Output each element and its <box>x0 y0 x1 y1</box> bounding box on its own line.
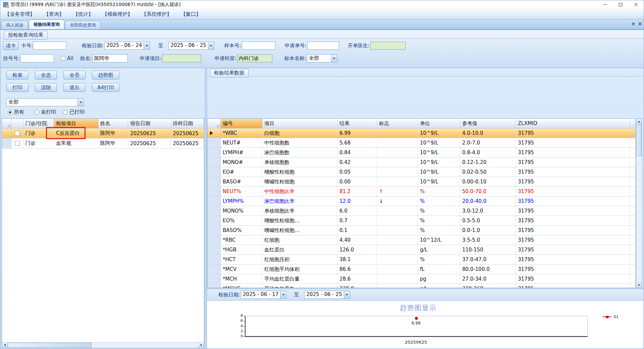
column-header[interactable]: 姓名 <box>98 119 128 128</box>
exit-button[interactable]: 退出 <box>63 83 86 92</box>
result-row[interactable]: LYMPH#淋巴细胞数0.8410^9/L0.8-4.031795 <box>207 148 635 158</box>
row-indicator <box>207 148 221 157</box>
tab-hospital-history-query[interactable]: 全院病史查询 <box>65 21 101 29</box>
column-header[interactable] <box>2 119 11 128</box>
a4-print-button[interactable]: A4打印 <box>92 83 119 92</box>
result-row[interactable]: NEUT%中性细胞比率81.2↑%50.0-70.031795 <box>207 187 635 196</box>
date-from-dropdown-button[interactable] <box>144 42 150 50</box>
request-list-row[interactable]: 门诊C反应蛋白陈阿华2025062520250625 <box>2 128 204 138</box>
scroll-down-button[interactable] <box>636 282 642 288</box>
result-row[interactable]: LYMPH%淋巴细胞比率12.0↓%20.0-40.031795 <box>207 196 635 206</box>
trend-date-to-picker[interactable]: 2025 - 06 - 25 <box>304 291 350 299</box>
doctor-input[interactable] <box>370 42 406 50</box>
name-input[interactable] <box>93 54 128 62</box>
maximize-button[interactable] <box>613 0 628 9</box>
cell: 31795 <box>516 167 630 177</box>
column-header[interactable]: ZLXMID <box>516 119 630 128</box>
column-header[interactable]: 报告日期 <box>128 119 171 128</box>
tab-lab-result-query[interactable]: 检验结果查询 <box>29 19 64 29</box>
req-dept-input[interactable] <box>237 54 272 62</box>
print-button[interactable]: 打印 <box>6 83 29 92</box>
reg-no-input[interactable] <box>20 54 54 62</box>
result-row[interactable]: BASO#嗜碱性粒细胞0.0010^9/L0.00-0.1031795 <box>207 177 635 187</box>
filter-dropdown-button[interactable] <box>77 98 84 106</box>
specimen-dropdown-button[interactable] <box>331 54 337 62</box>
radio-option[interactable]: 未打印 <box>35 109 56 115</box>
horizontal-scrollbar[interactable] <box>2 342 204 348</box>
column-header[interactable]: 排样日期 <box>171 119 204 128</box>
scroll-up-button[interactable] <box>636 119 642 124</box>
card-no-input[interactable] <box>33 42 66 50</box>
result-row[interactable]: *HCT红细胞压积38.1%37.0-47.031795 <box>207 255 635 265</box>
column-header[interactable]: 编号 <box>221 119 262 128</box>
select-none-button[interactable]: 全否 <box>63 71 86 79</box>
menu-item-query[interactable]: 【查询】 <box>44 11 64 17</box>
request-list-row[interactable]: 门诊血常规陈阿华2025062520250625 <box>2 138 204 149</box>
column-header[interactable] <box>207 119 221 128</box>
minimize-button[interactable] <box>597 0 613 9</box>
tab-close-icon[interactable] <box>638 22 642 25</box>
result-row[interactable]: *MCHC平均血红蛋白…330.0g/L320-36031795 <box>207 284 635 288</box>
close-button[interactable] <box>628 0 644 9</box>
dropdown-arrow-icon <box>210 45 212 47</box>
scroll-left-button[interactable] <box>2 342 7 348</box>
result-row[interactable]: *MCV红细胞平均体积86.6fL80.0-100.031795 <box>207 265 635 274</box>
data-point[interactable] <box>415 317 418 320</box>
row-checkbox[interactable] <box>15 131 20 136</box>
result-row[interactable]: MONO%单核细胞比率6.0%3.0-12.031795 <box>207 206 635 216</box>
filter-select[interactable]: 全部 <box>6 98 84 106</box>
trend-date-to-dropdown-button[interactable] <box>344 291 350 299</box>
result-row[interactable]: NEUT#中性细胞数5.6810^9/L2.0-7.031795 <box>207 138 635 148</box>
row-checkbox-cell[interactable] <box>11 138 23 148</box>
req-item-input[interactable] <box>162 54 201 62</box>
menu-item-statistics[interactable]: 【统计】 <box>73 11 93 17</box>
result-row[interactable]: EO%嗜酸性粒细胞…0.7%0.5-5.031795 <box>207 216 635 226</box>
column-header[interactable]: 门诊/住院 <box>23 119 54 128</box>
tab-scroll-right-icon[interactable] <box>633 22 635 25</box>
menu-item-business[interactable]: 【业务管理】 <box>5 11 35 17</box>
request-no-input[interactable] <box>307 42 339 50</box>
result-row[interactable]: *WBC白细胞6.9910^9/L4.0-10.031795 <box>207 128 635 138</box>
scrollbar-thumb[interactable] <box>8 343 92 348</box>
date-from-picker[interactable]: 2025 - 06 - 24 <box>104 42 150 50</box>
radio-option[interactable]: 已打印 <box>63 109 85 115</box>
result-row[interactable]: *RBC红细胞4.4010^12/L3.5-5.031795 <box>207 235 635 245</box>
all-checkbox[interactable] <box>61 56 65 61</box>
column-header[interactable] <box>11 119 23 128</box>
result-row[interactable]: *HGB血红蛋白126.0g/L110-15031795 <box>207 245 635 255</box>
menu-item-system[interactable]: 【系统维护】 <box>142 11 172 17</box>
date-to-value: 2025 - 06 - 25 <box>168 42 208 50</box>
date-to-picker[interactable]: 2025 - 06 - 25 <box>168 42 214 50</box>
dropdown-arrow-icon <box>333 58 335 59</box>
trend-date-from-dropdown-button[interactable] <box>280 291 286 299</box>
vertical-scrollbar[interactable] <box>636 118 642 288</box>
result-row[interactable]: MONO#单核细胞数0.4210^9/L0.12-1.2031795 <box>207 158 635 167</box>
tab-patient-visit[interactable]: 病人就诊 <box>1 21 28 29</box>
column-header[interactable]: 结果 <box>337 119 377 128</box>
read-card-button[interactable]: 读卡 <box>3 41 18 50</box>
menu-item-window[interactable]: 【窗口】 <box>181 11 201 17</box>
sample-no-input[interactable] <box>242 42 275 50</box>
search-button[interactable]: 检索 <box>6 71 29 79</box>
radio-option[interactable]: 所有 <box>8 109 24 115</box>
result-row[interactable]: *MCH平均血红蛋白量28.6pg27.0-34.031795 <box>207 274 635 284</box>
specimen-select[interactable]: 全部 <box>307 54 337 62</box>
column-header[interactable]: 参考值 <box>460 119 516 128</box>
trend-date-from-picker[interactable]: 2025 - 06 - 17 <box>241 291 286 299</box>
result-row[interactable]: EO#嗜酸性粒细胞0.0510^9/L0.02-0.5031795 <box>207 167 635 177</box>
cell: 10^9/L <box>418 167 460 177</box>
result-row[interactable]: BASO%嗜碱性粒细胞…0.1%0.0-1.031795 <box>207 226 635 235</box>
column-header[interactable]: 项目 <box>262 119 337 128</box>
column-header[interactable]: 单位 <box>418 119 460 128</box>
clear-button[interactable]: 清除 <box>35 83 57 92</box>
column-header[interactable]: 检验项目 <box>54 119 98 128</box>
row-checkbox[interactable] <box>15 141 20 146</box>
trend-chart-button[interactable]: 趋势图 <box>92 71 119 79</box>
scrollbar-thumb[interactable] <box>637 124 642 156</box>
date-to-dropdown-button[interactable] <box>208 42 214 50</box>
scroll-right-button[interactable] <box>199 342 204 348</box>
select-all-button[interactable]: 全选 <box>35 71 57 79</box>
column-header[interactable]: 标志 <box>377 119 418 128</box>
menu-item-template[interactable]: 【模板维护】 <box>102 11 132 17</box>
row-checkbox-cell[interactable] <box>11 128 23 138</box>
